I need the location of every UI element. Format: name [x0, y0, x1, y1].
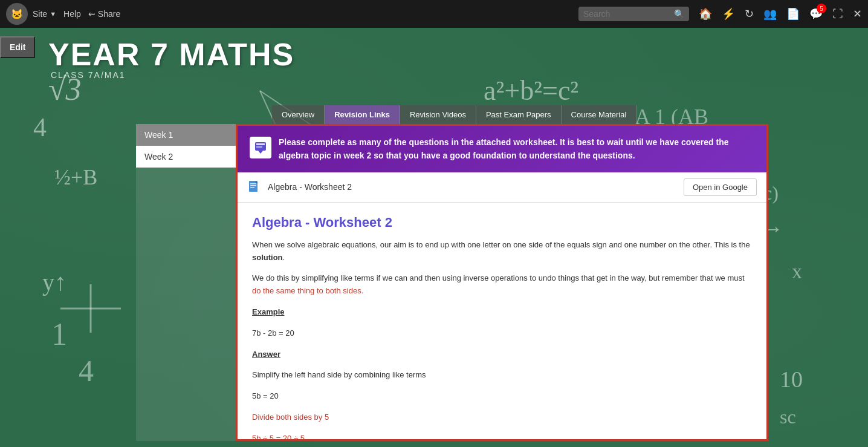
users-icon[interactable]: 👥	[763, 7, 777, 21]
svg-rect-20	[256, 143, 265, 145]
google-docs-icon	[247, 180, 262, 194]
intro-p1-bold: solution	[252, 253, 283, 262]
site-menu[interactable]: Site ▼	[33, 9, 56, 19]
search-bar[interactable]: 🔍	[578, 7, 689, 21]
help-link[interactable]: Help	[63, 9, 81, 19]
example-label: Example	[252, 306, 752, 319]
intro-p1-suffix: .	[283, 253, 285, 262]
search-icon: 🔍	[674, 9, 684, 19]
document-header: Algebra - Worksheet 2 Open in Google	[238, 172, 766, 203]
search-input[interactable]	[583, 9, 674, 19]
tab-overview[interactable]: Overview	[272, 105, 325, 124]
answer-step2: 5b = 20	[252, 390, 752, 403]
sidebar-item-week2[interactable]: Week 2	[136, 146, 236, 168]
intro-paragraph-1: When we solve algebraic equations, our a…	[252, 239, 752, 264]
sidebar-item-week1[interactable]: Week 1	[136, 124, 236, 146]
share-icon: ⇜	[88, 9, 96, 19]
top-navigation: 🐱 Site ▼ Help ⇜ Share 🔍 🏠 ⚡ ↻ 👥 📄 💬 5 ⛶ …	[0, 0, 868, 28]
svg-rect-21	[256, 146, 262, 148]
svg-marker-22	[258, 151, 263, 154]
notification-icon[interactable]: 💬 5	[809, 7, 823, 21]
site-chevron-icon: ▼	[50, 10, 56, 18]
page-header: YEAR 7 MATHS CLASS 7A/MA1	[48, 36, 294, 80]
announcement-icon	[250, 137, 271, 158]
close-icon[interactable]: ✕	[853, 7, 862, 21]
tab-course-material[interactable]: Course Material	[562, 105, 637, 124]
document-content[interactable]: Algebra - Worksheet 2 When we solve alge…	[238, 203, 766, 439]
intro-p1-prefix: When we solve algebraic equations, our a…	[252, 240, 750, 249]
svg-rect-26	[250, 187, 254, 188]
expand-icon[interactable]: ⛶	[832, 8, 843, 21]
open-in-google-button[interactable]: Open in Google	[684, 178, 757, 196]
tab-revision-links[interactable]: Revision Links	[325, 105, 400, 124]
answer-step3-red: Divide both sides by 5	[252, 411, 752, 424]
svg-rect-25	[250, 185, 256, 186]
answer-step1: Simplify the left hand side by combining…	[252, 369, 752, 382]
intro-p2-red: do the same thing to both sides.	[252, 286, 363, 295]
sidebar: Week 1 Week 2	[136, 124, 236, 441]
document-title: Algebra - Worksheet 2	[268, 182, 684, 192]
share-button[interactable]: ⇜ Share	[88, 9, 120, 19]
home-icon[interactable]: 🏠	[699, 7, 712, 21]
tab-revision-videos[interactable]: Revision Videos	[400, 105, 476, 124]
site-label[interactable]: Site	[33, 9, 47, 19]
main-content: Week 1 Week 2 Please complete as many of…	[136, 124, 768, 441]
bolt-icon[interactable]: ⚡	[722, 7, 735, 21]
answer-step4-red: 5b ÷ 5 = 20 ÷ 5	[252, 432, 752, 439]
answer-block: Answer Simplify the left hand side by co…	[252, 348, 752, 439]
intro-paragraph-2: We do this by simplifying like terms if …	[252, 272, 752, 298]
answer-label: Answer	[252, 348, 752, 361]
document-icon[interactable]: 📄	[786, 7, 800, 21]
tab-past-exam-papers[interactable]: Past Exam Papers	[476, 105, 562, 124]
nav-icon-group: 🏠 ⚡ ↻ 👥 📄 💬 5 ⛶ ✕	[699, 7, 862, 21]
content-panel: Please complete as many of the questions…	[236, 124, 768, 441]
edit-button[interactable]: Edit	[0, 36, 35, 58]
svg-rect-24	[250, 183, 256, 184]
intro-p2-prefix: We do this by simplifying like terms if …	[252, 273, 745, 282]
site-logo: 🐱	[6, 3, 28, 25]
notification-badge: 5	[817, 4, 826, 13]
announcement-svg-icon	[253, 140, 268, 155]
announcement-text: Please complete as many of the questions…	[279, 135, 754, 163]
content-tabs: Overview Revision Links Revision Videos …	[272, 105, 636, 124]
refresh-icon[interactable]: ↻	[745, 7, 754, 21]
example-block: Example 7b - 2b = 20	[252, 306, 752, 340]
share-label: Share	[98, 9, 120, 19]
worksheet-title: Algebra - Worksheet 2	[252, 215, 752, 230]
announcement-banner: Please complete as many of the questions…	[238, 126, 766, 172]
example-value: 7b - 2b = 20	[252, 327, 752, 340]
page-title: YEAR 7 MATHS	[48, 36, 294, 73]
